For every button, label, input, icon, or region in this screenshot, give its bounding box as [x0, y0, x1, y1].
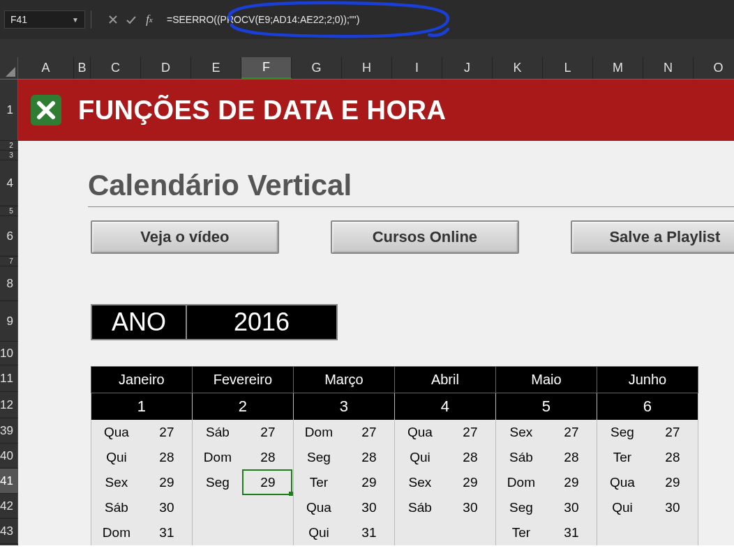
- col-header-O[interactable]: O: [694, 57, 734, 79]
- col-header-F[interactable]: F: [241, 57, 292, 79]
- cell[interactable]: Sex27: [495, 420, 597, 445]
- col-header-M[interactable]: M: [593, 57, 643, 79]
- fx-icon[interactable]: fx: [140, 10, 158, 29]
- month-header-row: Janeiro Fevereiro Março Abril Maio Junho: [91, 367, 698, 393]
- cell[interactable]: Seg30: [495, 495, 597, 520]
- buttons-row: Veja o vídeo Cursos Online Salve a Playl…: [18, 217, 734, 257]
- col-header-L[interactable]: L: [543, 57, 593, 79]
- cell[interactable]: Sáb27: [192, 420, 293, 445]
- name-box[interactable]: F41 ▼: [4, 10, 85, 29]
- playlist-button[interactable]: Salve a Playlist: [571, 220, 734, 254]
- row-header-2[interactable]: 2: [0, 141, 18, 151]
- cal-row-43: Dom31 Qui31 Ter31: [91, 520, 698, 545]
- divider: [91, 10, 91, 29]
- cell[interactable]: Sex29: [394, 470, 495, 495]
- cursos-button[interactable]: Cursos Online: [331, 220, 519, 254]
- cell[interactable]: Ter28: [597, 445, 698, 470]
- col-header-C[interactable]: C: [91, 57, 141, 79]
- mnum-5: 5: [495, 393, 597, 421]
- title-banner: FUNÇÕES DE DATA E HORA: [18, 80, 734, 141]
- cell-reference: F41: [10, 14, 27, 25]
- cell[interactable]: Qui28: [394, 445, 495, 470]
- cell[interactable]: Sáb28: [495, 445, 597, 470]
- cell[interactable]: Qua30: [293, 495, 394, 520]
- cell[interactable]: Qui31: [293, 520, 394, 545]
- row-header-6[interactable]: 6: [0, 216, 18, 257]
- video-button[interactable]: Veja o vídeo: [91, 220, 279, 254]
- col-header-K[interactable]: K: [493, 57, 543, 79]
- cell[interactable]: Dom27: [293, 420, 394, 445]
- cell[interactable]: [192, 495, 293, 520]
- cell[interactable]: Sáb30: [394, 495, 495, 520]
- row-header-12[interactable]: 12: [0, 392, 18, 418]
- col-header-E[interactable]: E: [191, 57, 241, 79]
- row-header-10[interactable]: 10: [0, 342, 18, 365]
- row-header-40[interactable]: 40: [0, 444, 18, 469]
- col-header-G[interactable]: G: [292, 57, 342, 79]
- cell[interactable]: Qua29: [597, 470, 698, 495]
- row-header-8[interactable]: 8: [0, 266, 18, 301]
- col-header-H[interactable]: H: [342, 57, 392, 79]
- cell[interactable]: Seg28: [293, 445, 394, 470]
- cell[interactable]: Sex29: [91, 470, 192, 495]
- spreadsheet-grid: 1 2 3 4 5 6 7 8 9 10 11 12 39 40 41 42 4…: [0, 57, 734, 545]
- dropdown-icon[interactable]: ▼: [72, 16, 79, 24]
- banner-title: FUNÇÕES DE DATA E HORA: [78, 96, 447, 126]
- cell[interactable]: Seg29: [192, 470, 293, 495]
- row-header-43[interactable]: 43: [0, 519, 18, 544]
- mnum-3: 3: [293, 393, 394, 421]
- cell[interactable]: [597, 520, 698, 545]
- col-header-D[interactable]: D: [141, 57, 191, 79]
- col-header-N[interactable]: N: [643, 57, 694, 79]
- cal-row-39: Qua27 Sáb27 Dom27 Qua27 Sex27 Seg27: [91, 420, 698, 445]
- cal-row-42: Sáb30 Qua30 Sáb30 Seg30 Qui30: [91, 495, 698, 520]
- select-all-corner[interactable]: [0, 57, 18, 80]
- cell[interactable]: Seg27: [597, 420, 698, 445]
- cell[interactable]: [192, 520, 293, 545]
- row-2-gap: [18, 141, 734, 151]
- cell[interactable]: Sáb30: [91, 495, 192, 520]
- cell[interactable]: Qua27: [91, 420, 192, 445]
- col-header-A[interactable]: A: [18, 57, 74, 79]
- row-header-41[interactable]: 41: [0, 469, 18, 494]
- mnum-1: 1: [91, 393, 192, 421]
- cell[interactable]: Qua27: [394, 420, 495, 445]
- spacer: [0, 39, 734, 57]
- row-header-1[interactable]: 1: [0, 80, 18, 141]
- formula-text: =SEERRO((PROCV(E9;AD14:AE22;2;0));""): [167, 14, 359, 25]
- calendar-table: Janeiro Fevereiro Março Abril Maio Junho…: [91, 366, 698, 545]
- year-row: ANO 2016: [18, 302, 734, 342]
- row-header-42[interactable]: 42: [0, 494, 18, 519]
- row-header-9[interactable]: 9: [0, 301, 18, 342]
- cell[interactable]: Qui28: [91, 445, 192, 470]
- row-header-4[interactable]: 4: [0, 160, 18, 206]
- excel-icon: [27, 91, 66, 130]
- row-10-gap: [18, 342, 734, 366]
- enter-icon[interactable]: [122, 10, 140, 29]
- month-abr: Abril: [394, 367, 495, 393]
- col-header-B[interactable]: B: [74, 57, 91, 79]
- cell[interactable]: Dom29: [495, 470, 597, 495]
- cell[interactable]: Ter29: [293, 470, 394, 495]
- row-header-7[interactable]: 7: [0, 257, 18, 266]
- row-header-5[interactable]: 5: [0, 206, 18, 216]
- cell[interactable]: Dom28: [192, 445, 293, 470]
- calendar: Janeiro Fevereiro Março Abril Maio Junho…: [18, 366, 734, 545]
- row-8-gap: [18, 267, 734, 302]
- row-header-11[interactable]: 11: [0, 365, 18, 392]
- ano-label-cell: ANO: [91, 304, 187, 340]
- cell[interactable]: Ter31: [495, 520, 597, 545]
- formula-input[interactable]: =SEERRO((PROCV(E9;AD14:AE22;2;0));""): [163, 10, 730, 29]
- month-jan: Janeiro: [91, 367, 192, 393]
- cell[interactable]: Dom31: [91, 520, 192, 545]
- row-header-39[interactable]: 39: [0, 418, 18, 444]
- month-fev: Fevereiro: [192, 367, 293, 393]
- cancel-icon[interactable]: [104, 10, 122, 29]
- col-header-J[interactable]: J: [442, 57, 493, 79]
- col-header-I[interactable]: I: [392, 57, 442, 79]
- row-header-3[interactable]: 3: [0, 151, 18, 160]
- year-value-cell[interactable]: 2016: [187, 304, 338, 340]
- cell[interactable]: [394, 520, 495, 545]
- cell[interactable]: Qui30: [597, 495, 698, 520]
- month-mar: Março: [293, 367, 394, 393]
